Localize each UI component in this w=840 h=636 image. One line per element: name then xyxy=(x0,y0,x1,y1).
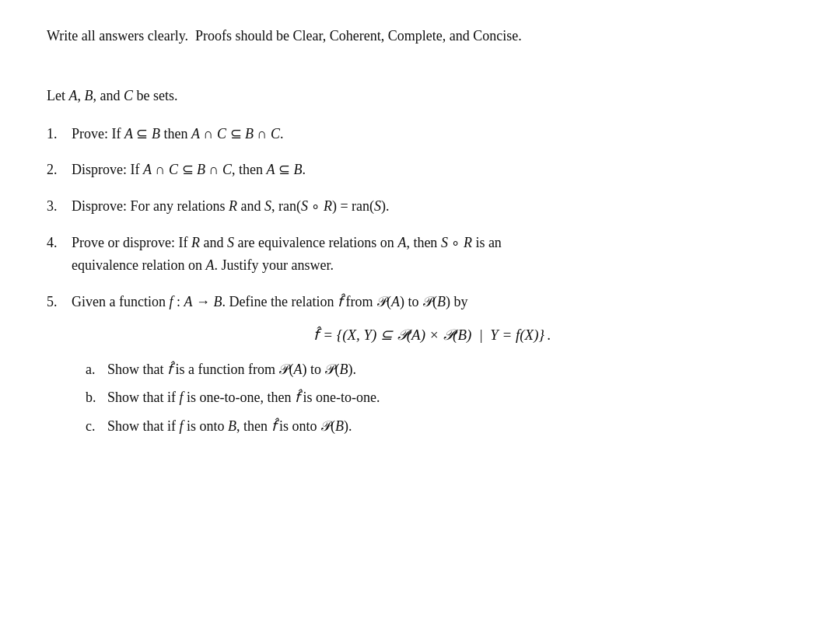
problem-4-line1: Prove or disprove: If R and S are equiva… xyxy=(72,232,793,254)
problem-2-text: Disprove: If A ∩ C ⊆ B ∩ C, then A ⊆ B. xyxy=(72,159,793,181)
problem-5-text: Given a function f : A → B. Define the r… xyxy=(72,291,793,444)
problem-4-line2: equivalence relation on A. Justify your … xyxy=(72,254,793,277)
problem-1: 1. Prove: If A ⊆ B then A ∩ C ⊆ B ∩ C. xyxy=(47,123,793,145)
subproblem-5c: c. Show that if f is onto B, then f̂ is … xyxy=(86,415,793,438)
instructions-text: Write all answers clearly. Proofs should… xyxy=(47,25,793,47)
problem-1-number: 1. xyxy=(47,123,72,145)
formula-text: f̂ = {(X, Y) ⊆ 𝒫(A) × 𝒫(B) | Y = f(X)} . xyxy=(313,323,551,347)
instructions-block: Write all answers clearly. Proofs should… xyxy=(47,25,793,47)
subproblem-5a-label: a. xyxy=(86,358,107,381)
problem-4-text: Prove or disprove: If R and S are equiva… xyxy=(72,232,793,277)
math-display-formula: f̂ = {(X, Y) ⊆ 𝒫(A) × 𝒫(B) | Y = f(X)} . xyxy=(72,323,793,347)
problem-3-number: 3. xyxy=(47,195,72,218)
problem-5-number: 5. xyxy=(47,291,72,313)
subproblem-5a: a. Show that f̂ is a function from 𝒫(A) … xyxy=(86,358,793,381)
subproblem-5c-label: c. xyxy=(86,415,107,438)
subproblem-5b-text: Show that if f is one-to-one, then f̂ is… xyxy=(107,386,380,409)
problem-4: 4. Prove or disprove: If R and S are equ… xyxy=(47,232,793,277)
problem-5: 5. Given a function f : A → B. Define th… xyxy=(47,291,793,444)
problem-2: 2. Disprove: If A ∩ C ⊆ B ∩ C, then A ⊆ … xyxy=(47,159,793,181)
subproblem-5b-label: b. xyxy=(86,386,107,409)
problem-3: 3. Disprove: For any relations R and S, … xyxy=(47,195,793,218)
problem-1-text: Prove: If A ⊆ B then A ∩ C ⊆ B ∩ C. xyxy=(72,123,793,145)
problem-4-number: 4. xyxy=(47,232,72,254)
subproblem-5a-text: Show that f̂ is a function from 𝒫(A) to … xyxy=(107,358,356,381)
problem-5-subproblems: a. Show that f̂ is a function from 𝒫(A) … xyxy=(86,358,793,438)
subproblem-5b: b. Show that if f is one-to-one, then f̂… xyxy=(86,386,793,409)
intro-text: Let A, B, and C be sets. xyxy=(47,88,178,103)
problem-3-text: Disprove: For any relations R and S, ran… xyxy=(72,195,793,218)
problem-5-intro: Given a function f : A → B. Define the r… xyxy=(72,294,467,309)
intro-line: Let A, B, and C be sets. xyxy=(47,85,793,107)
problem-2-number: 2. xyxy=(47,159,72,181)
problem-set: Let A, B, and C be sets. 1. Prove: If A … xyxy=(47,85,793,444)
subproblem-5c-text: Show that if f is onto B, then f̂ is ont… xyxy=(107,415,352,438)
